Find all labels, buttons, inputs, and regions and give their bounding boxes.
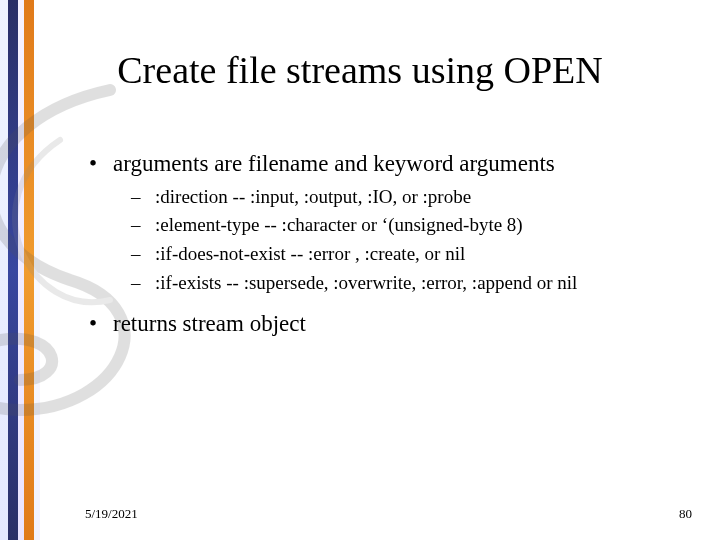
footer-page-number: 80 — [679, 506, 692, 522]
bullet-subitem: :element-type -- :character or ‘(unsigne… — [127, 213, 690, 238]
bullet-subitem: :direction -- :input, :output, :IO, or :… — [127, 185, 690, 210]
bullet-item: arguments are filename and keyword argum… — [85, 150, 690, 179]
bullet-subitem: :if-does-not-exist -- :error , :create, … — [127, 242, 690, 267]
bullet-item: returns stream object — [85, 310, 690, 339]
bullet-subitem: :if-exists -- :supersede, :overwrite, :e… — [127, 271, 690, 296]
slide-title: Create file streams using OPEN — [0, 48, 720, 92]
footer-date: 5/19/2021 — [85, 506, 138, 522]
slide-body: arguments are filename and keyword argum… — [85, 150, 690, 344]
